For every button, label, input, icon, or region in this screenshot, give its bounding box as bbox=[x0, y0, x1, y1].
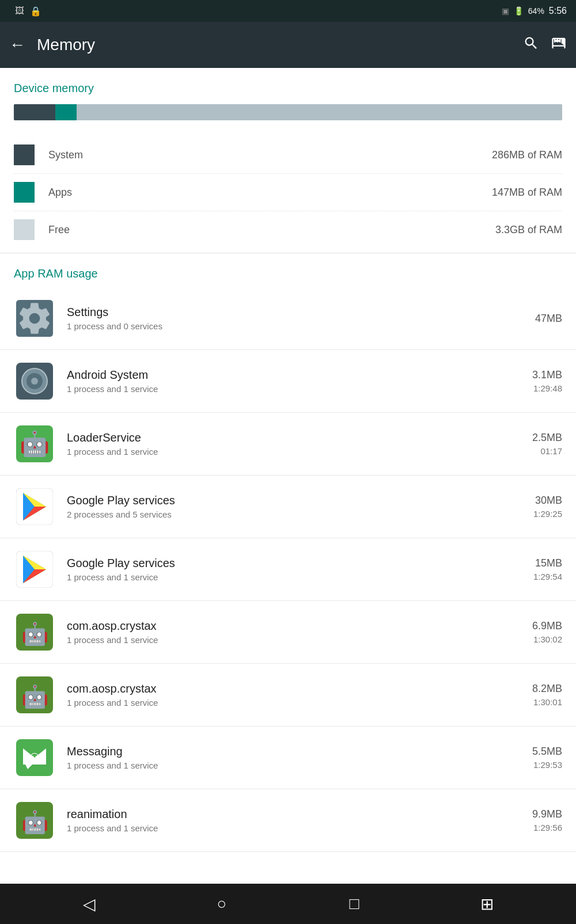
app-name-android-system: Android System bbox=[67, 368, 532, 382]
legend-label-free: Free bbox=[48, 224, 495, 236]
app-info-reanimation: reanimation 1 process and 1 service bbox=[67, 808, 532, 833]
device-memory-header: Device memory bbox=[0, 68, 576, 104]
app-icon-settings bbox=[14, 298, 55, 339]
status-left-icons: 🖼 🔒 bbox=[15, 6, 41, 17]
status-bar: 🖼 🔒 ▣ 🔋 64% 5:56 bbox=[0, 0, 576, 22]
memory-bar-free bbox=[77, 104, 562, 120]
crystax2-app-icon: 🤖 bbox=[16, 676, 53, 713]
list-item[interactable]: Settings 1 process and 0 services 47MB bbox=[0, 287, 576, 350]
app-memory-gplay1: 30MB bbox=[533, 495, 562, 507]
app-memory-settings: 47MB bbox=[535, 313, 562, 325]
app-subtitle-reanimation: 1 process and 1 service bbox=[67, 823, 532, 833]
app-bar: ← Memory bbox=[0, 22, 576, 68]
app-usage-loader: 2.5MB 01:17 bbox=[532, 432, 562, 456]
app-name-messaging: Messaging bbox=[67, 745, 532, 758]
settings-app-icon bbox=[16, 300, 53, 337]
app-subtitle-crystax1: 1 process and 1 service bbox=[67, 635, 532, 645]
app-memory-reanimation: 9.9MB bbox=[532, 808, 562, 820]
svg-text:🤖: 🤖 bbox=[21, 683, 49, 710]
battery-percent: 64% bbox=[528, 6, 544, 16]
app-usage-crystax2: 8.2MB 1:30:01 bbox=[532, 683, 562, 707]
memory-bar bbox=[14, 104, 562, 120]
app-usage-reanimation: 9.9MB 1:29:56 bbox=[532, 808, 562, 832]
app-subtitle-settings: 1 process and 0 services bbox=[67, 321, 535, 331]
app-name-gplay2: Google Play services bbox=[67, 557, 533, 570]
app-icon-crystax1: 🤖 bbox=[14, 611, 55, 653]
legend-value-system: 286MB of RAM bbox=[492, 149, 562, 161]
reanimation-app-icon: 🤖 bbox=[16, 802, 53, 839]
list-item[interactable]: Android System 1 process and 1 service 3… bbox=[0, 350, 576, 413]
list-item[interactable]: 🤖 com.aosp.crystax 1 process and 1 servi… bbox=[0, 601, 576, 664]
legend-label-apps: Apps bbox=[48, 187, 492, 199]
recents-nav-button[interactable]: □ bbox=[337, 887, 372, 921]
gplay1-app-icon bbox=[16, 488, 53, 525]
android-system-app-icon bbox=[16, 363, 53, 400]
app-info-android-system: Android System 1 process and 1 service bbox=[67, 368, 532, 394]
app-info-messaging: Messaging 1 process and 1 service bbox=[67, 745, 532, 770]
app-name-loader: LoaderService bbox=[67, 431, 532, 444]
app-name-crystax1: com.aosp.crystax bbox=[67, 619, 532, 633]
app-info-settings: Settings 1 process and 0 services bbox=[67, 306, 535, 331]
photo-icon: 🖼 bbox=[15, 6, 24, 17]
app-memory-crystax2: 8.2MB bbox=[532, 683, 562, 695]
search-button[interactable] bbox=[523, 35, 539, 55]
app-time-crystax2: 1:30:01 bbox=[532, 697, 562, 707]
app-time-reanimation: 1:29:56 bbox=[532, 823, 562, 832]
screenshot-nav-button[interactable]: ⊞ bbox=[469, 887, 504, 921]
memory-card-icon bbox=[551, 35, 567, 51]
app-memory-android-system: 3.1MB bbox=[532, 369, 562, 381]
signal-icon: ▣ bbox=[502, 6, 509, 16]
app-time-gplay1: 1:29:25 bbox=[533, 509, 562, 519]
list-item[interactable]: 🤖 LoaderService 1 process and 1 service … bbox=[0, 413, 576, 476]
legend-value-apps: 147MB of RAM bbox=[492, 187, 562, 199]
back-button[interactable]: ← bbox=[9, 36, 25, 54]
lock-icon: 🔒 bbox=[30, 6, 41, 17]
legend-color-system bbox=[14, 145, 35, 165]
app-subtitle-gplay1: 2 processes and 5 services bbox=[67, 509, 533, 519]
back-nav-button[interactable]: ◁ bbox=[72, 887, 107, 921]
app-icon-messaging: ☺ bbox=[14, 737, 55, 778]
app-usage-messaging: 5.5MB 1:29:53 bbox=[532, 746, 562, 770]
search-icon bbox=[523, 35, 539, 51]
app-memory-crystax1: 6.9MB bbox=[532, 620, 562, 632]
app-time-loader: 01:17 bbox=[532, 446, 562, 456]
app-name-settings: Settings bbox=[67, 306, 535, 319]
svg-text:🤖: 🤖 bbox=[21, 809, 49, 835]
list-item[interactable]: ☺ Messaging 1 process and 1 service 5.5M… bbox=[0, 727, 576, 789]
app-info-gplay1: Google Play services 2 processes and 5 s… bbox=[67, 494, 533, 519]
app-subtitle-gplay2: 1 process and 1 service bbox=[67, 572, 533, 582]
app-name-crystax2: com.aosp.crystax bbox=[67, 682, 532, 695]
messaging-app-icon: ☺ bbox=[16, 739, 53, 776]
app-subtitle-messaging: 1 process and 1 service bbox=[67, 761, 532, 770]
app-name-gplay1: Google Play services bbox=[67, 494, 533, 507]
app-info-loader: LoaderService 1 process and 1 service bbox=[67, 431, 532, 457]
loader-app-icon: 🤖 bbox=[16, 425, 53, 462]
app-memory-messaging: 5.5MB bbox=[532, 746, 562, 758]
legend-value-free: 3.3GB of RAM bbox=[495, 224, 562, 236]
app-icon-reanimation: 🤖 bbox=[14, 800, 55, 841]
main-content: Device memory System 286MB of RAM Apps 1… bbox=[0, 68, 576, 884]
svg-text:🤖: 🤖 bbox=[20, 429, 50, 458]
app-subtitle-loader: 1 process and 1 service bbox=[67, 447, 532, 457]
memory-legend: System 286MB of RAM Apps 147MB of RAM Fr… bbox=[0, 132, 576, 253]
list-item[interactable]: 🤖 reanimation 1 process and 1 service 9.… bbox=[0, 789, 576, 852]
svg-point-4 bbox=[31, 378, 38, 385]
legend-color-apps bbox=[14, 182, 35, 203]
app-icon-loader: 🤖 bbox=[14, 423, 55, 465]
memory-card-button[interactable] bbox=[551, 35, 567, 55]
app-icon-gplay2 bbox=[14, 549, 55, 590]
app-subtitle-crystax2: 1 process and 1 service bbox=[67, 698, 532, 708]
bottom-nav: ◁ ○ □ ⊞ bbox=[0, 884, 576, 924]
list-item[interactable]: 🤖 com.aosp.crystax 1 process and 1 servi… bbox=[0, 664, 576, 727]
time-display: 5:56 bbox=[549, 6, 567, 16]
app-usage-crystax1: 6.9MB 1:30:02 bbox=[532, 620, 562, 644]
legend-system: System 286MB of RAM bbox=[14, 136, 562, 174]
svg-text:☺: ☺ bbox=[28, 748, 42, 764]
memory-bar-apps bbox=[55, 104, 77, 120]
home-nav-button[interactable]: ○ bbox=[204, 887, 239, 921]
list-item[interactable]: Google Play services 1 process and 1 ser… bbox=[0, 538, 576, 601]
list-item[interactable]: Google Play services 2 processes and 5 s… bbox=[0, 476, 576, 538]
app-info-gplay2: Google Play services 1 process and 1 ser… bbox=[67, 557, 533, 582]
memory-bar-container bbox=[0, 104, 576, 132]
app-subtitle-android-system: 1 process and 1 service bbox=[67, 384, 532, 394]
